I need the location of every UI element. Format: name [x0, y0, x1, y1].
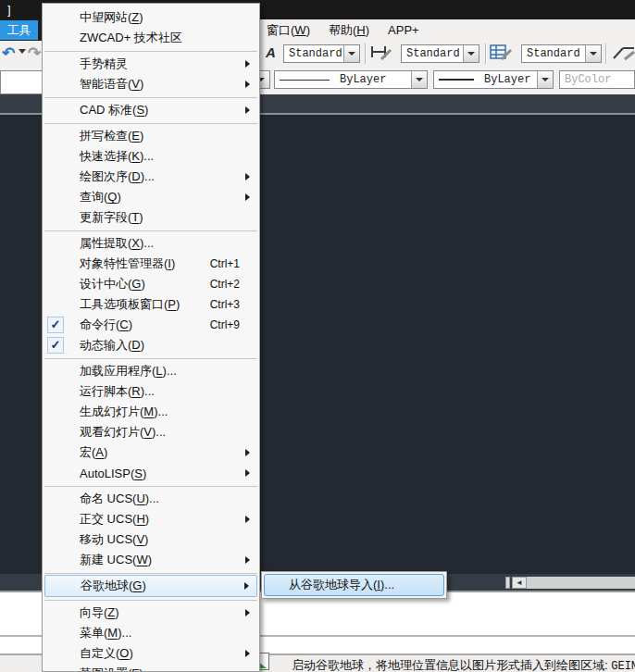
submenu-arrow-icon — [245, 449, 250, 456]
menu-item-shortcut: Ctrl+1 — [210, 257, 240, 270]
menu-item[interactable]: 属性提取(X)... — [43, 233, 259, 254]
dropdown-arrow-icon[interactable] — [585, 45, 601, 62]
menu-item[interactable]: 宏(A) — [43, 442, 259, 463]
submenu-arrow-icon — [245, 81, 250, 88]
menu-item[interactable]: 中望网站(Z) — [43, 7, 259, 28]
menu-item[interactable]: 生成幻灯片(M)... — [43, 402, 259, 422]
menu-item-label: AutoLISP(S) — [80, 467, 146, 480]
submenu-arrow-icon — [245, 60, 250, 68]
menu-item[interactable]: CAD 标准(S) — [43, 100, 259, 120]
menu-item[interactable]: 正交 UCS(H) — [43, 509, 259, 529]
menubar-item-tools[interactable]: 工具(T) — [0, 20, 38, 40]
menu-item[interactable]: 运行脚本(R)... — [43, 381, 259, 402]
plot-style-value: ByColor — [560, 73, 634, 86]
tools-menu: 中望网站(Z)ZWCAD+ 技术社区手势精灵智能语音(V)CAD 标准(S)拼写… — [42, 3, 260, 672]
toolbar-separator — [365, 44, 367, 64]
menu-item[interactable]: ZWCAD+ 技术社区 — [43, 28, 259, 48]
menu-item[interactable]: 自定义(O) — [43, 643, 259, 664]
lineweight-sample — [439, 79, 474, 81]
menu-item[interactable]: 移动 UCS(V) — [43, 529, 259, 550]
linetype-value: ByLayer — [335, 73, 411, 86]
menu-item-label: 加载应用程序(L)... — [80, 363, 177, 380]
app-window: ] 工具(T) 窗口(W)帮助(H)APP+ ↶ ↷ A Standard St… — [0, 0, 635, 672]
menu-item[interactable]: 草图设置(F)... — [43, 664, 259, 672]
menubar-item[interactable]: 窗口(W) — [267, 22, 310, 39]
menubar-item[interactable]: 帮助(H) — [329, 22, 369, 39]
submenu-arrow-icon — [245, 556, 250, 564]
menu-item-label: 生成幻灯片(M)... — [80, 404, 168, 420]
menu-item[interactable]: 加载应用程序(L)... — [43, 361, 259, 381]
menu-item[interactable]: 设计中心(G)Ctrl+2 — [43, 274, 259, 294]
hscroll-track[interactable] — [527, 577, 635, 589]
redo-icon[interactable]: ↷ — [28, 44, 41, 63]
dim-style-combo[interactable]: Standard — [401, 44, 479, 63]
menu-item[interactable]: 绘图次序(D)... — [43, 167, 259, 187]
menu-item[interactable]: 对象特性管理器(I)Ctrl+1 — [43, 254, 259, 274]
lineweight-combo[interactable]: ByLayer — [433, 70, 554, 89]
plot-style-combo[interactable]: ByColor — [559, 70, 635, 89]
menu-item-shortcut: Ctrl+9 — [210, 318, 240, 331]
menu-item[interactable]: 向导(Z) — [43, 603, 259, 623]
menu-item-label: 运行脚本(R)... — [80, 383, 155, 400]
table-style-icon[interactable] — [490, 44, 512, 65]
mleader-style-icon[interactable] — [612, 44, 635, 65]
dropdown-arrow-icon[interactable] — [411, 71, 427, 88]
menu-item-label: 对象特性管理器(I) — [80, 255, 175, 272]
menu-item-label: 绘图次序(D)... — [80, 168, 155, 185]
status-command-name: GEIN — [611, 660, 635, 672]
menu-item-label: 自定义(O) — [80, 645, 133, 662]
submenu-arrow-icon — [245, 173, 250, 180]
menu-item-label: 向导(Z) — [80, 604, 119, 621]
status-hint: 启动谷歌地球，将地理位置信息以图片形式插入到绘图区域: GEIN — [292, 657, 635, 672]
menu-item[interactable]: 智能语音(V) — [43, 74, 259, 94]
toolbar-separator — [605, 44, 607, 64]
menu-item[interactable]: AutoLISP(S) — [43, 463, 259, 483]
menu-item-label: 观看幻灯片(V)... — [80, 424, 166, 441]
lineweight-value: ByLayer — [479, 73, 537, 86]
menu-item[interactable]: 新建 UCS(W) — [43, 550, 259, 570]
menu-item-label: 命令行(C) — [80, 317, 132, 333]
menu-item[interactable]: ✓命令行(C)Ctrl+9 — [43, 315, 259, 335]
undo-icon[interactable]: ↶ — [2, 44, 15, 63]
menu-item[interactable]: 快速选择(K)... — [43, 146, 259, 167]
dropdown-arrow-icon[interactable] — [537, 71, 553, 88]
checkmark-icon: ✓ — [47, 337, 64, 354]
window-title: ] — [7, 3, 11, 17]
menu-item[interactable]: 菜单(M)... — [43, 623, 259, 643]
submenu-item[interactable]: 从谷歌地球导入(I)... — [264, 574, 444, 596]
menu-item-label: 设计中心(G) — [80, 276, 145, 292]
dropdown-arrow-icon[interactable] — [463, 45, 479, 62]
menu-item-label: 拼写检查(E) — [80, 128, 143, 144]
menu-item[interactable]: 观看幻灯片(V)... — [43, 422, 259, 442]
menu-item[interactable]: 更新字段(T) — [43, 207, 259, 228]
table-style-value: Standard — [522, 47, 585, 60]
table-style-combo[interactable]: Standard — [521, 44, 602, 63]
menu-item-label: 快速选择(K)... — [80, 148, 154, 165]
menubar-item[interactable]: APP+ — [388, 23, 419, 37]
dropdown-arrow-icon[interactable] — [343, 45, 359, 62]
menu-item-shortcut: Ctrl+2 — [210, 278, 240, 291]
menu-item-label: 手势精灵 — [80, 56, 128, 72]
checkmark-icon: ✓ — [47, 317, 64, 333]
submenu-arrow-icon — [245, 106, 250, 114]
hscroll-thumb[interactable] — [505, 577, 510, 589]
dim-style-icon[interactable] — [370, 44, 392, 65]
menu-item[interactable]: 工具选项板窗口(P)Ctrl+3 — [43, 294, 259, 315]
menu-item-label: 工具选项板窗口(P) — [80, 296, 180, 313]
menu-item[interactable]: 谷歌地球(G) — [44, 575, 257, 597]
undo-dropdown-icon[interactable] — [19, 49, 26, 54]
hscroll-left-arrow-icon[interactable]: ◄ — [512, 577, 527, 589]
menu-item[interactable]: ✓动态输入(D) — [43, 335, 259, 355]
menu-item[interactable]: 拼写检查(E) — [43, 126, 259, 146]
menu-item[interactable]: 手势精灵 — [43, 54, 259, 74]
menu-item-label: 新建 UCS(W) — [80, 552, 152, 568]
menu-item-label: 移动 UCS(V) — [80, 531, 148, 548]
menu-item-label: CAD 标准(S) — [80, 102, 148, 118]
text-style-icon[interactable]: A — [266, 44, 276, 60]
linetype-combo[interactable]: ByLayer — [274, 70, 428, 89]
submenu-item-label: 从谷歌地球导入(I)... — [289, 577, 394, 593]
menu-item[interactable]: 命名 UCS(U)... — [43, 489, 259, 509]
status-hint-text: 启动谷歌地球，将地理位置信息以图片形式插入到绘图区域: — [292, 658, 608, 672]
text-style-combo[interactable]: Standard — [283, 44, 360, 63]
menu-item[interactable]: 查询(Q) — [43, 187, 259, 207]
